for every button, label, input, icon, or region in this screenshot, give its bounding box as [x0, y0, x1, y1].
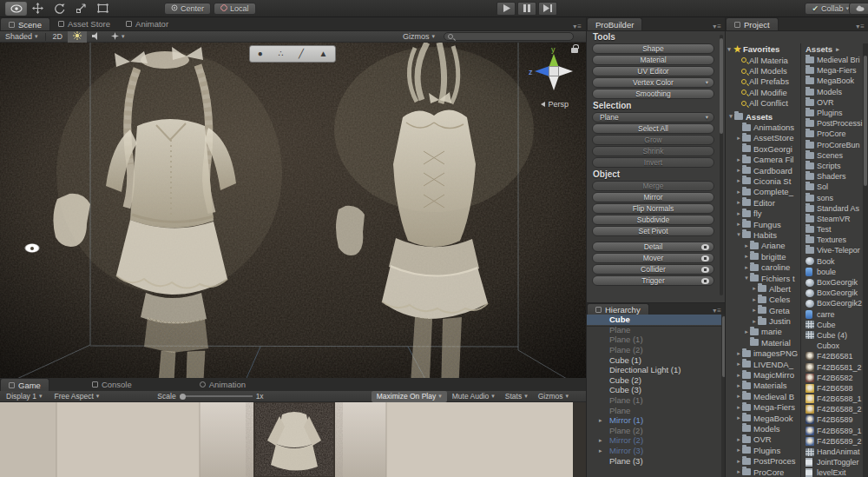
asset-item[interactable]: sons	[801, 192, 863, 202]
expand-arrow-icon[interactable]	[743, 242, 750, 249]
asset-item[interactable]: Cube (4)	[801, 330, 863, 341]
probuilder-button[interactable]: Invert ▾	[592, 157, 714, 168]
probuilder-button[interactable]: Subdivide ▾	[592, 215, 714, 225]
folder-tree-item[interactable]: Habits	[726, 229, 800, 240]
hierarchy-item[interactable]: ▸ Plane (2)	[587, 426, 721, 436]
expand-arrow-icon[interactable]	[735, 350, 742, 357]
asset-item[interactable]: F42B6588	[801, 383, 863, 394]
asset-item[interactable]: F42B6589_2	[801, 436, 863, 447]
hierarchy-item[interactable]: ▸ Plane (2)	[587, 345, 721, 355]
folder-tree-item[interactable]: Material	[726, 337, 800, 348]
pivot-local-button[interactable]: Local	[214, 3, 256, 15]
asset-item[interactable]: Textures	[801, 235, 863, 245]
asset-item[interactable]: F42B6581	[801, 351, 863, 361]
rotate-tool-button[interactable]	[49, 2, 70, 16]
folder-tree-item[interactable]: Assets	[726, 111, 800, 122]
asset-item[interactable]: Scenes	[801, 150, 863, 161]
expand-arrow-icon[interactable]	[735, 199, 742, 206]
edge-mode-icon[interactable]: ╱	[299, 50, 304, 58]
face-mode-icon[interactable]: ▲	[319, 50, 327, 58]
game-toolbar-button[interactable]: Maximize On Play ▾	[372, 391, 447, 402]
probuilder-button[interactable]: Merge ▾	[592, 181, 714, 191]
gizmos-dropdown[interactable]: Gizmos ▾	[398, 31, 440, 43]
expand-arrow-icon[interactable]: ▸	[599, 447, 602, 454]
asset-item[interactable]: ProCore	[801, 129, 863, 139]
panel-menu-icon[interactable]: ▾≡	[852, 23, 868, 30]
expand-arrow-icon[interactable]	[735, 372, 742, 379]
expand-arrow-icon[interactable]	[735, 361, 742, 368]
expand-arrow-icon[interactable]	[735, 210, 742, 217]
assets-breadcrumb[interactable]: Assets ▸	[801, 43, 863, 55]
hierarchy-item[interactable]: ▸ Mirror (1)	[587, 415, 721, 426]
expand-arrow-icon[interactable]	[751, 318, 758, 325]
expand-arrow-icon[interactable]	[727, 113, 734, 120]
asset-item[interactable]: MegaBook	[801, 76, 863, 86]
asset-item[interactable]: BoxGeorgik	[801, 288, 863, 298]
move-tool-button[interactable]	[27, 2, 49, 16]
expand-arrow-icon[interactable]	[735, 458, 742, 465]
tab-project[interactable]: Project	[726, 17, 779, 30]
folder-tree-item[interactable]: caroline	[726, 262, 800, 272]
expand-arrow-icon[interactable]	[735, 231, 742, 238]
entity-toggle-button[interactable]: Detail	[592, 242, 714, 252]
scene-eye-marker[interactable]	[24, 243, 40, 253]
game-toolbar-button[interactable]: Gizmos ▾	[533, 391, 574, 402]
entity-toggle-button[interactable]: Collider	[592, 264, 714, 275]
scene-lighting-toggle[interactable]	[68, 31, 87, 43]
asset-item[interactable]: Plugins	[801, 108, 863, 118]
asset-item[interactable]: Mega-Fiers	[801, 65, 863, 76]
probuilder-button[interactable]: Shape ▾	[592, 43, 714, 54]
expand-arrow-icon[interactable]	[735, 135, 742, 142]
expand-arrow-icon[interactable]	[735, 468, 742, 475]
asset-item[interactable]: levelExit	[801, 467, 863, 477]
asset-item[interactable]: Test	[801, 224, 863, 235]
asset-item[interactable]: Models	[801, 87, 863, 97]
expand-arrow-icon[interactable]	[751, 296, 758, 303]
favorites-header[interactable]: ▾ ★ Favorites	[726, 43, 800, 55]
aspect-dropdown[interactable]: Free Aspect ▾	[48, 392, 105, 401]
expand-arrow-icon[interactable]	[735, 414, 742, 421]
asset-item[interactable]: F42B6581_2	[801, 361, 863, 372]
expand-arrow-icon[interactable]	[735, 404, 742, 411]
asset-item[interactable]: HandAnimat	[801, 447, 863, 457]
step-button[interactable]	[538, 2, 557, 16]
game-toolbar-button[interactable]: Mute Audio ▾	[447, 391, 500, 402]
folder-tree-item[interactable]: marie	[726, 327, 800, 337]
hierarchy-item[interactable]: ▸ Mirror (2)	[587, 435, 721, 446]
expand-arrow-icon[interactable]	[751, 307, 758, 314]
probuilder-button[interactable]: Select All ▾	[592, 123, 714, 134]
probuilder-button[interactable]: Mirror ▾	[592, 192, 714, 202]
eye-icon[interactable]	[701, 244, 709, 250]
clipped-toolbar-button[interactable]	[849, 3, 868, 15]
folder-tree-item[interactable]: Plugins	[726, 445, 800, 455]
asset-item[interactable]: F42B6589	[801, 414, 863, 425]
hierarchy-item[interactable]: ▸ Plane (1)	[587, 395, 721, 406]
pivot-center-button[interactable]: Center	[164, 3, 211, 15]
folder-tree-item[interactable]: Medieval B	[726, 391, 800, 401]
scene-audio-toggle[interactable]	[87, 31, 106, 43]
asset-item[interactable]: SteamVR	[801, 214, 863, 224]
expand-arrow-icon[interactable]: ▾	[726, 46, 733, 53]
folder-tree-item[interactable]: Justin	[726, 315, 800, 326]
rect-tool-button[interactable]	[92, 2, 114, 16]
probuilder-button[interactable]: Grow ▾	[592, 135, 714, 145]
asset-item[interactable]: ProCoreBun	[801, 140, 863, 150]
asset-item[interactable]: Cubox	[801, 341, 863, 351]
probuilder-scrollbar[interactable]	[720, 35, 723, 295]
probuilder-button[interactable]: Material ▾	[592, 55, 714, 65]
eye-icon[interactable]	[701, 267, 709, 273]
slider-thumb[interactable]	[180, 394, 186, 400]
entity-toggle-button[interactable]: Mover	[592, 253, 714, 263]
folder-tree-item[interactable]: Greta	[726, 305, 800, 315]
asset-item[interactable]: Sol	[801, 182, 863, 192]
object-mode-icon[interactable]: ●	[258, 50, 263, 58]
hierarchy-item[interactable]: ▸ Cube (3)	[587, 385, 721, 395]
scene-orientation-gizmo[interactable]: y z	[527, 44, 581, 100]
hierarchy-item[interactable]: ▸ Cube (1)	[587, 354, 721, 365]
asset-item[interactable]: F42B6589_1	[801, 426, 863, 436]
scale-tool-button[interactable]	[70, 2, 92, 16]
favorite-item[interactable]: All Models	[726, 65, 800, 76]
scale-slider[interactable]: Scale 1x	[157, 392, 263, 401]
favorite-item[interactable]: All Conflict	[726, 98, 800, 109]
asset-item[interactable]: Scripts	[801, 161, 863, 171]
